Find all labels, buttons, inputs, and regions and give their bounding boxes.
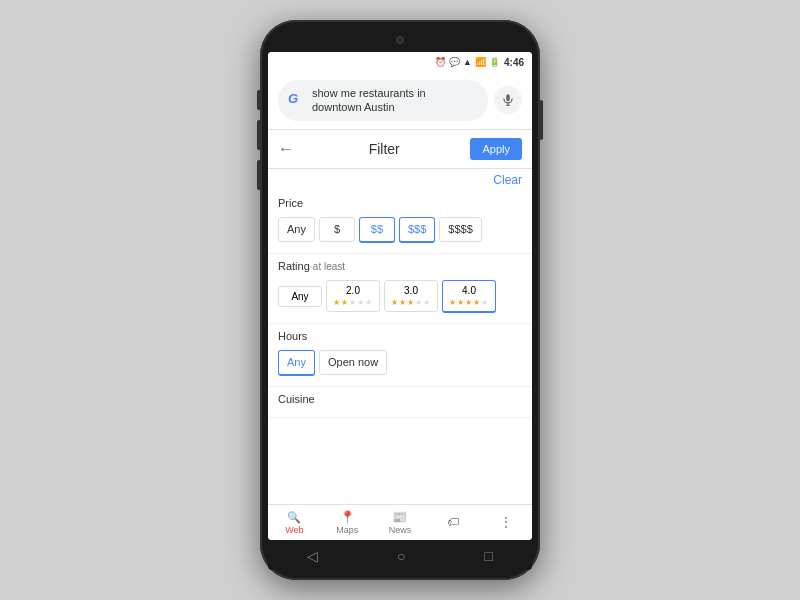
android-back-button[interactable]: ◁: [307, 548, 318, 564]
nav-web[interactable]: 🔍 Web: [268, 505, 321, 540]
svg-rect-0: [506, 94, 510, 101]
alarm-icon: ⏰: [435, 57, 446, 67]
phone-top-bar: [268, 30, 532, 50]
power-button: [540, 100, 543, 140]
price-label: Price: [278, 197, 522, 209]
volume-down-button: [257, 120, 260, 150]
rating-3-value: 3.0: [404, 285, 418, 296]
news-icon: 📰: [392, 510, 407, 524]
back-button[interactable]: ←: [278, 140, 298, 158]
rating-any-button[interactable]: Any: [278, 286, 322, 307]
battery-icon: 🔋: [489, 57, 500, 67]
rating-any-label: Any: [291, 291, 308, 302]
android-recent-button[interactable]: □: [484, 548, 492, 564]
hours-open-now-button[interactable]: Open now: [319, 350, 387, 375]
price-3-button[interactable]: $$$: [399, 217, 435, 243]
more-icon: ⋮: [499, 514, 513, 530]
hours-section: Hours Any Open now: [268, 324, 532, 387]
phone-screen: ⏰ 💬 ▲ 📶 🔋 4:46 G show me restaurants in …: [268, 52, 532, 540]
rating-3-button[interactable]: 3.0 ★★★★★: [384, 280, 438, 312]
maps-icon: 📍: [340, 510, 355, 524]
filter-panel: ← Filter Apply Clear Price Any $ $$ $$$ …: [268, 130, 532, 504]
clear-row: Clear: [268, 169, 532, 191]
rating-sublabel: at least: [313, 261, 345, 272]
whatsapp-icon: 💬: [449, 57, 460, 67]
price-4-button[interactable]: $$$$: [439, 217, 481, 242]
cuisine-label: Cuisine: [278, 393, 522, 405]
rating-4-button[interactable]: 4.0 ★★★★★: [442, 280, 496, 313]
nav-places[interactable]: 🏷: [426, 505, 479, 540]
hours-options: Any Open now: [278, 350, 522, 376]
bottom-navigation: 🔍 Web 📍 Maps 📰 News 🏷 ⋮: [268, 504, 532, 540]
android-home-button[interactable]: ○: [397, 548, 405, 564]
search-box[interactable]: G show me restaurants in downtown Austin: [278, 80, 488, 121]
status-bar: ⏰ 💬 ▲ 📶 🔋 4:46: [268, 52, 532, 72]
clear-button[interactable]: Clear: [493, 173, 522, 187]
google-logo: G: [288, 91, 306, 109]
apply-button[interactable]: Apply: [470, 138, 522, 160]
rating-2-button[interactable]: 2.0 ★★★★★: [326, 280, 380, 312]
places-icon: 🏷: [447, 515, 459, 529]
nav-web-label: Web: [285, 525, 303, 535]
android-nav-bar: ◁ ○ □: [268, 542, 532, 570]
volume-up-button: [257, 90, 260, 110]
rating-4-stars: ★★★★★: [449, 298, 489, 307]
cuisine-section: Cuisine: [268, 387, 532, 418]
filter-title: Filter: [298, 141, 470, 157]
price-1-button[interactable]: $: [319, 217, 355, 242]
nav-maps-label: Maps: [336, 525, 358, 535]
search-query-text: show me restaurants in downtown Austin: [312, 86, 478, 115]
status-time: 4:46: [504, 57, 524, 68]
hours-label: Hours: [278, 330, 522, 342]
signal-icon: 📶: [475, 57, 486, 67]
filter-header: ← Filter Apply: [268, 130, 532, 169]
nav-maps[interactable]: 📍 Maps: [321, 505, 374, 540]
rating-options: Any 2.0 ★★★★★ 3.0 ★★★★★: [278, 280, 522, 313]
nav-more[interactable]: ⋮: [479, 505, 532, 540]
price-section: Price Any $ $$ $$$ $$$$: [268, 191, 532, 254]
rating-2-stars: ★★★★★: [333, 298, 373, 307]
wifi-icon: ▲: [463, 57, 472, 67]
rating-section: Rating at least Any 2.0 ★★★★★ 3.0: [268, 254, 532, 324]
camera-lens: [396, 36, 404, 44]
phone-device: ⏰ 💬 ▲ 📶 🔋 4:46 G show me restaurants in …: [260, 20, 540, 580]
price-any-button[interactable]: Any: [278, 217, 315, 242]
rating-label: Rating at least: [278, 260, 522, 272]
price-2-button[interactable]: $$: [359, 217, 395, 243]
web-search-icon: 🔍: [287, 511, 301, 524]
price-options: Any $ $$ $$$ $$$$: [278, 217, 522, 243]
silent-button: [257, 160, 260, 190]
nav-news[interactable]: 📰 News: [374, 505, 427, 540]
rating-4-value: 4.0: [462, 285, 476, 296]
rating-3-stars: ★★★★★: [391, 298, 431, 307]
status-icons: ⏰ 💬 ▲ 📶 🔋: [435, 57, 500, 67]
hours-any-button[interactable]: Any: [278, 350, 315, 376]
search-bar-area: G show me restaurants in downtown Austin: [268, 72, 532, 130]
nav-news-label: News: [389, 525, 412, 535]
rating-2-value: 2.0: [346, 285, 360, 296]
mic-button[interactable]: [494, 86, 522, 114]
